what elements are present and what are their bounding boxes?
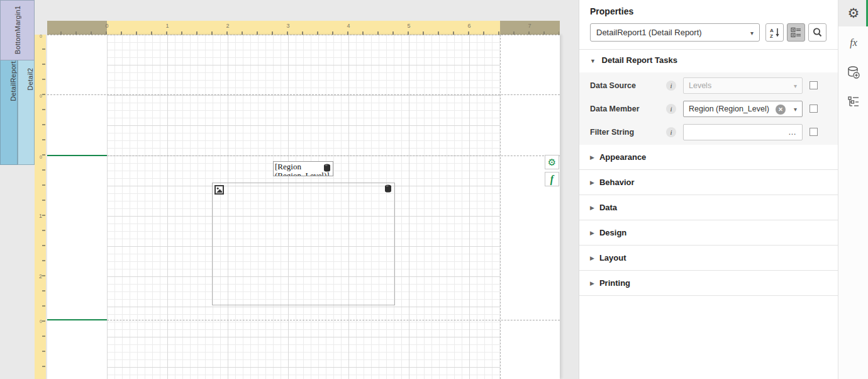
vertical-ruler: 0 0 0 1 2 0 (35, 35, 46, 379)
hruler-number: 1 (165, 23, 169, 29)
data-source-dropdown[interactable]: Levels ▾ (683, 77, 803, 94)
properties-panel: Properties DetailReport1 (Detail Report)… (579, 0, 838, 379)
section-printing[interactable]: ▶ Printing (579, 271, 838, 296)
search-icon (812, 27, 823, 38)
sidebar-item-report-explorer[interactable] (838, 89, 868, 115)
section-label: Behavior (599, 178, 635, 187)
band-label: BottomMargin1 (14, 6, 21, 54)
vruler-number: 0 (35, 94, 42, 98)
data-source-row: Data Source i Levels ▾ (579, 77, 838, 94)
data-source-checkbox[interactable] (810, 81, 818, 89)
band-scripts-button[interactable]: f (545, 172, 559, 186)
vruler-number: 2 (35, 273, 42, 280)
data-member-label: Data Member (590, 101, 640, 117)
section-label: Layout (599, 253, 626, 263)
sidebar-item-field-list[interactable] (838, 59, 868, 86)
smart-tag-database-icon[interactable] (323, 164, 331, 172)
vruler-number: 1 (35, 213, 42, 219)
band-separator-detail1-detailreport[interactable] (47, 156, 560, 156)
section-design[interactable]: ▶ Design (579, 220, 838, 246)
section-label: Data (599, 203, 617, 212)
band-separator-detail2-bottommargin[interactable] (47, 320, 560, 320)
tasks-header-label: Detail Report Tasks (602, 55, 677, 65)
region-label-control[interactable]: [Region (Region_Level)] (273, 161, 333, 176)
database-add-icon (847, 65, 860, 79)
band-label: Detail2 (26, 68, 34, 91)
selector-value: DetailReport1 (Detail Report) (596, 28, 702, 37)
sort-az-icon: A Z (769, 27, 781, 38)
band-edge-green (47, 155, 107, 156)
category-view-icon (791, 27, 801, 38)
hruler-number: 0 (105, 23, 108, 29)
filter-string-label: Filter String (590, 124, 634, 140)
triangle-collapsed-icon: ▶ (590, 205, 594, 211)
right-margin-line (500, 35, 501, 379)
band-tasks-gear-button[interactable]: ⚙ (545, 155, 559, 169)
sidebar-item-expressions[interactable]: fx (838, 30, 868, 56)
hruler-number: 7 (528, 23, 531, 29)
vruler-number: 0 (35, 155, 42, 159)
filter-string-input[interactable]: … (683, 124, 803, 140)
panel-title: Properties (590, 6, 633, 16)
control-selector-dropdown[interactable]: DetailReport1 (Detail Report) ▾ (590, 23, 760, 42)
svg-text:Z: Z (770, 33, 773, 38)
hruler-number: 6 (467, 23, 470, 29)
horizontal-ruler: 0 1 2 3 4 5 6 7 (47, 21, 560, 35)
data-source-label: Data Source (590, 77, 636, 94)
band-separator-topmargin-detail[interactable] (47, 94, 560, 95)
gear-icon: ⚙ (848, 6, 860, 21)
section-label: Printing (599, 278, 630, 288)
picture-icon (214, 185, 224, 195)
chevron-down-icon: ▾ (794, 106, 797, 113)
script-f-icon: f (550, 174, 554, 185)
vruler-number: 0 (35, 34, 42, 38)
tasks-section-header[interactable]: ▼ Detail Report Tasks (590, 55, 677, 65)
gear-icon: ⚙ (548, 157, 556, 168)
info-icon[interactable]: i (666, 81, 676, 91)
separator (579, 49, 838, 50)
data-member-dropdown[interactable]: Region (Region_Level) ✕ ▾ (683, 101, 803, 117)
info-icon[interactable]: i (666, 104, 676, 114)
section-label: Appearance (599, 152, 646, 162)
section-layout[interactable]: ▶ Layout (579, 246, 838, 271)
triangle-collapsed-icon: ▶ (590, 255, 594, 261)
band-bottom-margin[interactable]: BottomMargin1 (0, 0, 35, 60)
section-data[interactable]: ▶ Data (579, 195, 838, 220)
report-designer-app: 0 1 2 3 4 5 6 7 0 0 0 1 2 0 TopMargin1 D… (0, 0, 868, 379)
filter-string-checkbox[interactable] (810, 128, 818, 136)
chevron-down-icon: ▾ (794, 82, 797, 89)
tree-icon (847, 96, 860, 108)
section-behavior[interactable]: ▶ Behavior (579, 170, 838, 195)
data-member-checkbox[interactable] (810, 105, 818, 113)
page-top-edge (47, 35, 560, 35)
clear-icon[interactable]: ✕ (776, 105, 786, 115)
sort-az-button[interactable]: A Z (765, 23, 784, 42)
picture-box-control[interactable] (212, 183, 395, 305)
data-member-row: Data Member i Region (Region_Level) ✕ ▾ (579, 101, 838, 117)
smart-tag-database-icon[interactable] (384, 184, 392, 193)
band-label: DetailReport1 (9, 57, 17, 101)
label-control-text: [Region (Region_Level)] (275, 162, 330, 176)
ellipsis-button[interactable]: … (788, 125, 797, 140)
hruler-number: 4 (347, 23, 350, 29)
hruler-number: 5 (407, 23, 410, 29)
category-view-button[interactable] (787, 23, 805, 42)
triangle-expanded-icon: ▼ (590, 58, 596, 64)
report-page[interactable]: [Region (Region_Level)] (47, 35, 560, 379)
svg-text:A: A (770, 28, 774, 33)
band-edge-green (47, 319, 107, 320)
fx-icon: fx (850, 37, 857, 48)
design-surface[interactable]: 0 1 2 3 4 5 6 7 0 0 0 1 2 0 TopMargin1 D… (0, 0, 579, 379)
hruler-number: 2 (226, 23, 229, 29)
data-source-value: Levels (689, 81, 711, 90)
triangle-collapsed-icon: ▶ (590, 230, 594, 236)
triangle-collapsed-icon: ▶ (590, 179, 594, 186)
triangle-collapsed-icon: ▶ (590, 154, 594, 161)
triangle-collapsed-icon: ▶ (590, 280, 594, 286)
section-appearance[interactable]: ▶ Appearance (579, 145, 838, 170)
sidebar-item-properties[interactable]: ⚙ (838, 0, 868, 26)
section-label: Design (599, 228, 626, 237)
hruler-number: 3 (286, 23, 289, 29)
info-icon[interactable]: i (666, 127, 676, 137)
search-button[interactable] (808, 23, 826, 42)
